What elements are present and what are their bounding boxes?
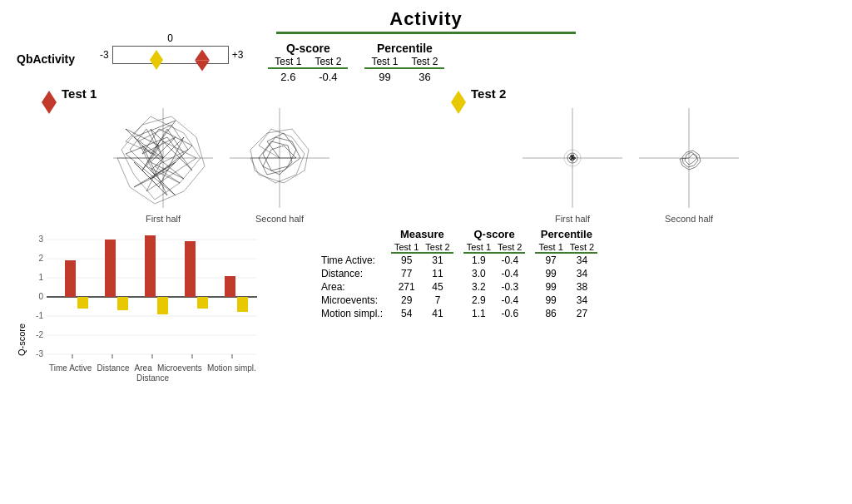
row-t2-qs-1: -0.4 — [494, 267, 525, 280]
bar-red-1 — [65, 260, 76, 297]
bar-red-5 — [225, 276, 235, 297]
row-t2-val-1: 11 — [422, 267, 453, 280]
row-label-2: Area: — [316, 280, 391, 294]
row-t2-val-2: 45 — [422, 280, 453, 294]
row-label-1: Distance: — [316, 267, 391, 280]
page: Activity QbActivity -3 0 — [0, 0, 852, 504]
dt-measure-t1-header: Test 1 — [391, 242, 422, 253]
svg-text:-3: -3 — [36, 349, 43, 358]
row-label-4: Motion simpl.: — [316, 307, 391, 320]
dt-pct-t1-header: Test 1 — [535, 242, 566, 253]
test1-area: Test 1 First h — [17, 86, 426, 224]
row-t2-pct-0: 34 — [567, 253, 597, 267]
percentile-test2-col-header: Test 2 — [404, 56, 444, 68]
x-label-time-active: Time Active — [49, 363, 92, 373]
qscore-test1-col-header: Test 1 — [268, 56, 308, 68]
red-diamond-scale — [195, 50, 210, 61]
svg-text:0: 0 — [38, 292, 43, 301]
row-t1-pct-4: 86 — [535, 307, 566, 320]
percentile-test1-val: 99 — [364, 68, 404, 85]
yellow-diamond-scale — [150, 50, 163, 60]
test1-label-area: Test 1 — [42, 86, 426, 101]
test2-label: Test 2 — [471, 86, 506, 101]
x-label-motion-simpl: Motion simpl. — [207, 363, 256, 373]
bar-red-3 — [145, 235, 156, 297]
row-t1-val-0: 95 — [391, 253, 422, 267]
svg-text:2: 2 — [38, 254, 43, 263]
x-label-microevents: Microevents — [157, 363, 202, 373]
scores-summary-table: Q-score Percentile Test 1 Test 2 Test 1 … — [268, 41, 444, 85]
table-row: Motion simpl.: 54 41 1.1 -0.6 86 27 — [316, 307, 597, 320]
percentile-test1-col-header: Test 1 — [364, 56, 404, 68]
test1-second-half-label: Second half — [255, 214, 304, 224]
test1-first-half-plot — [109, 104, 217, 212]
svg-text:-2: -2 — [36, 330, 43, 339]
scale-zero-label: 0 — [167, 32, 173, 44]
test2-label-area: Test 2 — [451, 86, 835, 101]
row-t2-qs-2: -0.3 — [494, 280, 525, 294]
svg-text:1: 1 — [38, 273, 43, 282]
test2-first-half-plot — [518, 104, 627, 212]
dt-pct-t2-header: Test 2 — [567, 242, 597, 253]
chart-y-label: Q-score — [17, 231, 27, 356]
row-t2-val-3: 7 — [422, 294, 453, 307]
bar-yellow-4 — [197, 297, 208, 309]
test2-second-half-label: Second half — [665, 214, 713, 224]
dt-qscore-header: Q-score — [463, 227, 526, 242]
chart-area: Q-score 3 2 1 0 -1 -2 -3 — [17, 227, 300, 383]
row-t2-qs-3: -0.4 — [494, 294, 525, 307]
row-t1-pct-3: 99 — [535, 294, 566, 307]
qscore-test2-col-header: Test 2 — [308, 56, 348, 68]
qscore-header: Q-score — [268, 41, 348, 56]
page-title: Activity — [17, 8, 835, 30]
qscore-test2-val: -0.4 — [308, 68, 348, 85]
yellow-diamond-icon — [451, 91, 466, 102]
qb-activity-label: QbActivity — [17, 52, 92, 66]
row-t1-qs-3: 2.9 — [463, 294, 494, 307]
chart-x-bottom-label: Distance — [47, 373, 259, 383]
test1-plots: First half Second half — [17, 104, 426, 224]
dt-qs-t2-header: Test 2 — [494, 242, 525, 253]
dt-percentile-header: Percentile — [535, 227, 597, 242]
row-t1-qs-2: 3.2 — [463, 280, 494, 294]
bar-chart-svg: 3 2 1 0 -1 -2 -3 — [28, 227, 261, 364]
percentile-test2-val: 36 — [404, 68, 444, 85]
bar-yellow-5 — [237, 297, 248, 312]
scale-max-label: +3 — [232, 49, 244, 61]
row-t1-qs-4: 1.1 — [463, 307, 494, 320]
bar-yellow-2 — [117, 297, 128, 310]
chart-container: 3 2 1 0 -1 -2 -3 — [28, 227, 261, 383]
bar-red-4 — [185, 241, 196, 297]
row-t1-pct-1: 99 — [535, 267, 566, 280]
bar-red-2 — [105, 240, 116, 297]
row-t2-pct-1: 34 — [567, 267, 597, 280]
test2-area: Test 2 First half — [426, 86, 835, 224]
test2-second-half-plot — [635, 104, 743, 212]
table-row: Time Active: 95 31 1.9 -0.4 97 34 — [316, 253, 597, 267]
row-t2-pct-3: 34 — [567, 294, 597, 307]
row-label-0: Time Active: — [316, 253, 391, 267]
bottom-section: Q-score 3 2 1 0 -1 -2 -3 — [17, 227, 835, 383]
dt-qs-t1-header: Test 1 — [463, 242, 494, 253]
middle-section: Test 1 First h — [17, 86, 835, 224]
data-table-area: Measure Q-score Percentile Test 1 Test 2… — [316, 227, 835, 383]
data-table: Measure Q-score Percentile Test 1 Test 2… — [316, 227, 597, 320]
chart-x-top-labels: Time Active Distance Area Microevents Mo… — [47, 363, 259, 373]
test1-first-half-container: First half — [109, 104, 217, 224]
title-section: Activity — [17, 8, 835, 34]
bar-yellow-1 — [77, 297, 88, 309]
scale-bar-wrapper: -3 0 — [100, 46, 243, 64]
table-row: Microevents: 29 7 2.9 -0.4 99 34 — [316, 294, 597, 307]
test1-label: Test 1 — [62, 86, 97, 101]
row-t1-qs-1: 3.0 — [463, 267, 494, 280]
test1-second-half-container: Second half — [225, 104, 334, 224]
row-t2-qs-0: -0.4 — [494, 253, 525, 267]
test1-first-half-label: First half — [146, 214, 181, 224]
scale-area: -3 0 — [100, 46, 243, 64]
svg-text:-1: -1 — [36, 311, 43, 320]
row-t1-pct-2: 99 — [535, 280, 566, 294]
table-row: Distance: 77 11 3.0 -0.4 99 34 — [316, 267, 597, 280]
row-t1-val-2: 271 — [391, 280, 422, 294]
row-t1-val-4: 54 — [391, 307, 422, 320]
top-section: QbActivity -3 0 — [17, 41, 835, 85]
